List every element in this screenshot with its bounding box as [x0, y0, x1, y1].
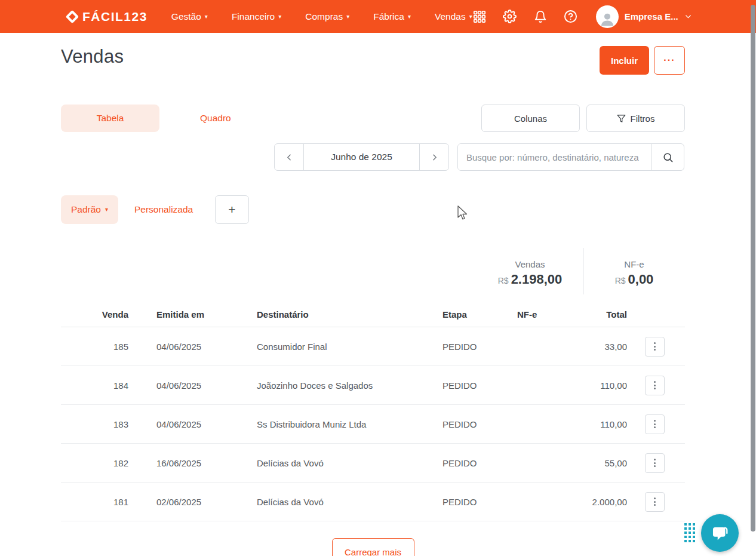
view-default-label: Padrão: [71, 204, 101, 215]
cell-destinatario: Delícias da Vovó: [224, 458, 415, 468]
cell-emitida-em: 16/06/2025: [128, 458, 224, 468]
load-more-button[interactable]: Carregar mais: [332, 538, 414, 556]
menu-item-financeiro[interactable]: Financeiro ▾: [232, 11, 281, 22]
filter-funnel-icon: [617, 114, 626, 123]
page-title: Vendas: [61, 46, 124, 67]
search-icon: [662, 152, 674, 163]
search-button[interactable]: [651, 144, 684, 170]
include-button[interactable]: Incluir: [600, 46, 649, 75]
cell-destinatario: Consumidor Final: [224, 342, 415, 352]
row-actions-button[interactable]: [645, 453, 665, 473]
cell-venda: 185: [61, 342, 128, 352]
chat-drag-handle[interactable]: [684, 523, 695, 542]
columns-button-label: Colunas: [514, 113, 547, 124]
cell-etapa: PEDIDO: [415, 497, 487, 507]
vertical-scrollbar[interactable]: [751, 5, 755, 532]
header-venda: Venda: [61, 309, 128, 320]
chevron-right-icon: [431, 153, 438, 161]
view-custom-pill[interactable]: Personalizada: [134, 204, 192, 215]
caret-down-icon: ▾: [408, 14, 411, 20]
filters-button[interactable]: Filtros: [586, 105, 685, 132]
chevron-down-icon: [684, 13, 692, 20]
summary-nfe-label: NF-e: [583, 259, 685, 269]
brand-diamond-icon: [66, 10, 79, 23]
chevron-left-icon: [285, 153, 293, 161]
cell-etapa: PEDIDO: [415, 342, 487, 352]
main-menu: Gestão ▾ Financeiro ▾ Compras ▾ Fábrica …: [171, 11, 472, 22]
top-navbar: FÁCIL123 Gestão ▾ Financeiro ▾ Compras ▾…: [0, 0, 756, 33]
summary-amount: 0,00: [628, 272, 654, 287]
avatar: [596, 5, 619, 28]
cell-destinatario: Ss Distribuidora Muniz Ltda: [224, 419, 415, 429]
main-content: Vendas Incluir ... Tabela Quadro Colunas…: [61, 46, 685, 556]
search-bar: [457, 143, 684, 171]
table-row[interactable]: 181 02/06/2025 Delícias da Vovó PEDIDO 2…: [61, 483, 685, 521]
row-actions-button[interactable]: [645, 376, 665, 395]
caret-down-icon: ▾: [205, 14, 208, 20]
view-default-pill[interactable]: Padrão ▾: [61, 195, 118, 224]
cell-venda: 182: [61, 458, 128, 468]
brand-logo[interactable]: FÁCIL123: [67, 10, 147, 24]
cell-etapa: PEDIDO: [415, 458, 487, 468]
cell-venda: 183: [61, 419, 128, 429]
summary-nfe: NF-e R$0,00: [583, 248, 685, 294]
cell-emitida-em: 04/06/2025: [128, 342, 224, 352]
menu-item-label: Fábrica: [373, 11, 404, 22]
account-name: Empresa E...: [625, 11, 678, 21]
menu-item-fabrica[interactable]: Fábrica ▾: [373, 11, 411, 22]
table-row[interactable]: 185 04/06/2025 Consumidor Final PEDIDO 3…: [61, 327, 685, 366]
chat-icon: [710, 523, 730, 543]
menu-item-gestao[interactable]: Gestão ▾: [171, 11, 208, 22]
previous-period-button[interactable]: [275, 144, 303, 170]
kebab-menu-icon: [654, 420, 656, 422]
header-total: Total: [549, 309, 627, 320]
period-label[interactable]: Junho de 2025: [303, 144, 420, 170]
menu-item-label: Compras: [305, 11, 343, 22]
cell-total: 55,00: [549, 458, 627, 468]
help-icon[interactable]: [564, 10, 578, 24]
row-actions-button[interactable]: [645, 492, 665, 512]
totals-summary: Vendas R$2.198,00 NF-e R$0,00: [61, 248, 685, 294]
notifications-bell-icon[interactable]: [533, 10, 548, 24]
columns-button[interactable]: Colunas: [481, 105, 580, 132]
cell-total: 2.000,00: [549, 497, 627, 507]
summary-vendas-label: Vendas: [477, 259, 583, 269]
header-emitida-em: Emitida em: [128, 309, 224, 320]
cell-emitida-em: 04/06/2025: [128, 380, 224, 391]
currency-prefix: R$: [498, 276, 509, 285]
summary-vendas: Vendas R$2.198,00: [477, 248, 583, 294]
cell-total: 33,00: [549, 342, 627, 352]
table-row[interactable]: 182 16/06/2025 Delícias da Vovó PEDIDO 5…: [61, 444, 685, 483]
brand-logo-text: FÁCIL123: [82, 10, 147, 24]
account-menu[interactable]: Empresa E...: [596, 5, 692, 28]
header-destinatario: Destinatário: [224, 309, 415, 320]
table-row[interactable]: 184 04/06/2025 Joãozinho Doces e Salgado…: [61, 366, 685, 405]
caret-down-icon: ▾: [346, 14, 349, 20]
header-nfe: NF-e: [487, 309, 549, 320]
row-actions-button[interactable]: [645, 414, 665, 434]
apps-grid-icon[interactable]: [472, 10, 487, 24]
settings-gear-icon[interactable]: [503, 10, 517, 24]
cell-venda: 184: [61, 380, 128, 391]
chat-widget-button[interactable]: [701, 514, 739, 552]
menu-item-vendas[interactable]: Vendas ▾: [435, 11, 472, 22]
table-row[interactable]: 183 04/06/2025 Ss Distribuidora Muniz Lt…: [61, 405, 685, 444]
caret-down-icon: ▾: [278, 14, 281, 20]
cell-total: 110,00: [549, 419, 627, 429]
add-view-button[interactable]: +: [215, 195, 249, 224]
next-period-button[interactable]: [420, 144, 448, 170]
tab-tabela[interactable]: Tabela: [61, 105, 159, 132]
currency-prefix: R$: [615, 276, 626, 285]
more-options-button[interactable]: ...: [654, 46, 685, 75]
navbar-icons: [472, 10, 578, 24]
kebab-menu-icon: [654, 497, 656, 499]
search-input[interactable]: [458, 144, 651, 170]
summary-amount: 2.198,00: [511, 272, 563, 287]
menu-item-compras[interactable]: Compras ▾: [305, 11, 349, 22]
cell-etapa: PEDIDO: [415, 380, 487, 391]
kebab-menu-icon: [654, 381, 656, 383]
table-header-row: Venda Emitida em Destinatário Etapa NF-e…: [61, 302, 685, 327]
row-actions-button[interactable]: [645, 337, 665, 357]
tab-quadro[interactable]: Quadro: [188, 105, 243, 132]
cell-destinatario: Joãozinho Doces e Salgados: [224, 380, 415, 391]
